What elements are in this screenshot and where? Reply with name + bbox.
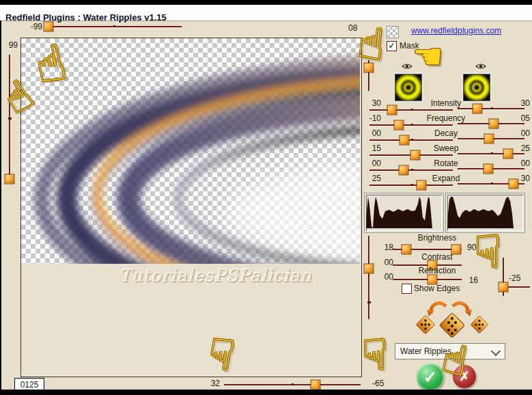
window-top-edge [0, 0, 532, 5]
intensity-left-value: 30 [363, 99, 381, 108]
rotate-right-value: 00 [512, 159, 530, 168]
pointing-hand-down-icon: ☟ [474, 230, 501, 275]
dice-icon[interactable] [470, 315, 489, 334]
transparency-toggle-checkbox[interactable] [387, 26, 399, 38]
show-edges-label: Show Edges [414, 284, 460, 293]
slider-center-tick [8, 118, 12, 120]
window-left-edge [0, 21, 1, 390]
slider-center-tick [113, 25, 115, 27]
brightness-range-slider[interactable] [393, 249, 462, 250]
wave-profile-graph [366, 195, 439, 228]
pan-slider-handle[interactable] [364, 264, 374, 274]
rotate-left-slider[interactable] [369, 169, 453, 171]
slider-center-tick [367, 301, 371, 303]
xy-vertical-slider[interactable] [503, 258, 504, 296]
decay-left-value: 00 [363, 129, 381, 138]
intensity-right-value: 30 [512, 99, 530, 108]
dice-icon[interactable] [415, 314, 436, 335]
xy-horizontal-slider[interactable] [508, 286, 530, 288]
water-ripple-image [21, 38, 360, 264]
preview-canvas[interactable]: TutorialesPSPalician [20, 38, 362, 377]
slider-row-decay: 00 Decay 00 [361, 128, 531, 144]
preview-pan-vertical-slider-bottom[interactable] [368, 236, 369, 319]
chevron-down-icon [491, 346, 501, 356]
decay-right-handle[interactable] [484, 134, 494, 144]
slider-row-rotate: 00 Rotate 00 [361, 159, 531, 174]
sweep-left-value: 15 [363, 144, 381, 153]
bottom-slider-max-value: -65 [372, 379, 391, 388]
slider-row-frequency: -10 Frequency 05 [361, 113, 531, 128]
slider-center-tick [411, 139, 413, 141]
eye-icon[interactable] [475, 63, 486, 70]
mask-checkbox[interactable]: ✓ [387, 41, 397, 51]
window-bottom-edge [0, 390, 532, 395]
decay-left-slider[interactable] [369, 139, 453, 141]
plugin-window: Redfield Plugins : Water Ripples v1.15 -… [0, 0, 532, 395]
slider-row-intensity: 30 Intensity 30 [361, 98, 531, 113]
slider-center-tick [491, 152, 493, 154]
slider-row-expand: 25 Expand 30 [361, 174, 531, 189]
refraction-slider[interactable] [393, 279, 462, 280]
xy-right-value: -25 [509, 274, 528, 283]
expand-right-value: 30 [512, 174, 530, 183]
show-edges-checkbox[interactable] [402, 284, 412, 294]
sweep-right-handle[interactable] [503, 149, 513, 159]
intensity-left-slider[interactable] [369, 109, 453, 111]
decay-right-slider[interactable] [458, 138, 524, 139]
eye-icon[interactable] [402, 63, 412, 70]
sweep-right-value: 25 [512, 144, 530, 153]
slider-center-tick [491, 182, 493, 185]
sweep-right-slider[interactable] [458, 153, 524, 154]
left-ruler-slider-handle[interactable] [5, 174, 15, 185]
top-slider-min-value: -99 [27, 23, 42, 31]
frequency-right-value: 05 [512, 114, 530, 123]
title-bar[interactable]: Redfield Plugins : Water Ripples v1.15 [0, 5, 532, 21]
bottom-ruler-slider-handle[interactable] [311, 380, 321, 390]
rotate-right-slider[interactable] [458, 168, 524, 169]
expand-left-value: 25 [363, 174, 381, 183]
frequency-left-slider[interactable] [369, 124, 453, 126]
frequency-left-value: -10 [363, 114, 381, 123]
slider-center-tick [411, 109, 413, 111]
intensity-right-handle[interactable] [473, 104, 483, 114]
sweep-left-slider[interactable] [369, 154, 453, 156]
rotate-left-value: 00 [363, 159, 381, 168]
rotate-right-handle[interactable] [484, 164, 494, 174]
website-link[interactable]: www.redfieldplugins.com [411, 26, 501, 36]
slider-center-tick [411, 169, 413, 171]
brightness-min-value: 18 [376, 243, 393, 252]
wave-profile-display-left [365, 193, 443, 232]
pointing-hand-down-icon: ☟ [362, 333, 388, 376]
top-ruler-slider[interactable] [48, 26, 182, 27]
slider-row-sweep: 15 Sweep 25 [361, 144, 531, 159]
wave-profile-graph [447, 195, 520, 228]
slider-center-tick [411, 184, 413, 186]
left-slider-value: 99 [3, 41, 18, 50]
frequency-right-slider[interactable] [458, 123, 524, 124]
watermark-text: TutorialesPSPalician [96, 266, 335, 286]
expand-left-slider[interactable] [369, 185, 453, 186]
bottom-slider-min-value: 32 [202, 379, 220, 388]
expand-right-slider[interactable] [458, 183, 524, 185]
slider-center-tick [411, 124, 413, 126]
bottom-ruler-slider[interactable] [224, 384, 361, 385]
top-ruler-slider-handle[interactable] [44, 22, 54, 32]
xy-handle[interactable] [499, 282, 509, 292]
slider-center-tick [292, 383, 294, 385]
pointing-hand-up-icon: ☝ [356, 21, 387, 67]
pointing-hand-left-icon: ☚ [412, 40, 443, 74]
window-title: Redfield Plugins : Water Ripples v1.15 [5, 12, 167, 23]
slider-center-tick [491, 107, 493, 109]
refraction-value: 00 [376, 273, 393, 282]
decay-right-value: 00 [512, 129, 530, 138]
intensity-right-slider[interactable] [458, 108, 524, 109]
frequency-right-handle[interactable] [488, 119, 499, 129]
